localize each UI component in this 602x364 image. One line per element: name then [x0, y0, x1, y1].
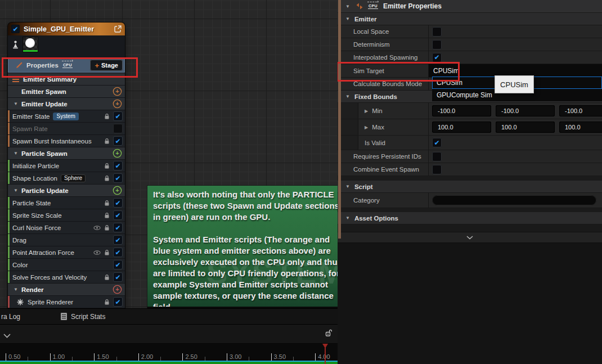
tab-script-stats[interactable]: Script Stats	[61, 313, 105, 321]
chevron-down-icon[interactable]: ▼	[345, 94, 350, 99]
stack-row-curl-noise-force[interactable]: Curl Noise Force✔	[8, 222, 125, 233]
stack-row-emitter-state[interactable]: Emitter StateSystem✔	[8, 110, 125, 122]
property-row-determinism[interactable]: Determinism	[338, 38, 602, 51]
chevron-down-icon[interactable]: ▼	[14, 287, 18, 292]
stack-row-render[interactable]: ▼Render+	[8, 284, 125, 295]
details-expander[interactable]	[338, 232, 602, 243]
emitter-state-checkbox[interactable]: ✔	[113, 111, 123, 121]
chevron-down-icon[interactable]	[3, 330, 11, 340]
property-row-sim-target[interactable]: Sim TargetCPUSim	[338, 64, 602, 78]
property-row-combine-event-spawn[interactable]: Combine Event Spawn	[338, 163, 602, 176]
stack-row-drag[interactable]: Drag✔	[8, 234, 125, 246]
stack-row-sprite-size-scale[interactable]: Sprite Size Scale✔	[8, 209, 125, 221]
node-graph-canvas[interactable]: ✔ Simple_GPU_Emitter PropertiesCPU+Stage…	[0, 0, 338, 308]
local-space-checkbox[interactable]	[432, 27, 442, 37]
determinism-checkbox[interactable]	[432, 40, 442, 50]
lock-icon[interactable]	[104, 200, 110, 206]
property-row-interpolated-spawning[interactable]: Interpolated Spawning✔	[338, 51, 602, 64]
stack-row-spawn-rate[interactable]: Spawn Rate	[8, 123, 125, 134]
min-field-0[interactable]: -100.0	[432, 105, 491, 116]
requires-persistent-ids-checkbox[interactable]	[432, 152, 442, 161]
sprite-renderer-checkbox[interactable]: ✔	[113, 297, 123, 307]
stack-row-point-attraction-force[interactable]: Point Attraction Force✔	[8, 246, 125, 258]
lock-icon[interactable]	[104, 212, 110, 219]
property-row-category[interactable]: Category	[338, 193, 602, 208]
property-row-min[interactable]: ▶Min-100.0-100.0-100.0	[338, 103, 602, 119]
chevron-right-icon[interactable]: ▶	[365, 125, 368, 130]
section-asset-options[interactable]: ▼Asset Options	[338, 212, 602, 224]
initialize-particle-checkbox[interactable]: ✔	[113, 161, 123, 170]
max-field-1[interactable]: 100.0	[496, 122, 555, 133]
chevron-down-icon[interactable]: ▼	[14, 101, 18, 106]
stack-row-particle-state[interactable]: Particle State✔	[8, 197, 125, 209]
add-particle-spawn-button[interactable]: +	[114, 150, 121, 157]
lock-icon[interactable]	[104, 224, 110, 231]
stack-row-emitter-spawn[interactable]: Emitter Spawn+	[8, 86, 125, 97]
spawn-burst-instantaneous-checkbox[interactable]: ✔	[113, 136, 123, 146]
lock-icon[interactable]	[104, 249, 110, 256]
min-field-2[interactable]: -100.0	[559, 105, 602, 116]
stack-row-properties[interactable]: PropertiesCPU+Stage	[8, 58, 125, 73]
sprite-size-scale-checkbox[interactable]: ✔	[113, 210, 123, 220]
stack-row-sprite-renderer[interactable]: Sprite Renderer✔	[8, 296, 125, 308]
playhead[interactable]	[322, 344, 328, 364]
stack-row-initialize-particle[interactable]: Initialize Particle✔	[8, 160, 125, 172]
stack-row-emitter-summary[interactable]: Emitter Summary	[8, 73, 125, 85]
interpolated-spawning-checkbox[interactable]: ✔	[432, 53, 442, 62]
color-checkbox[interactable]: ✔	[113, 260, 123, 269]
collapse-triangle-icon[interactable]: ▼	[345, 4, 350, 9]
max-field-2[interactable]: 100.0	[559, 122, 602, 133]
combine-event-spawn-checkbox[interactable]	[432, 165, 442, 174]
solve-forces-and-velocity-checkbox[interactable]: ✔	[113, 272, 123, 282]
chevron-down-icon[interactable]: ▼	[345, 184, 350, 189]
chevron-right-icon[interactable]: ▶	[365, 109, 368, 114]
point-attraction-force-checkbox[interactable]: ✔	[113, 248, 123, 257]
stack-row-spawn-burst-instantaneous[interactable]: Spawn Burst Instantaneous✔	[8, 135, 125, 147]
tab-niagara-log[interactable]: ra Log	[1, 313, 20, 321]
section-script[interactable]: ▼Script	[338, 181, 602, 193]
emitter-enabled-checkbox[interactable]: ✔	[11, 25, 20, 33]
chevron-down-icon[interactable]: ▼	[14, 188, 18, 193]
lock-icon[interactable]	[104, 175, 110, 182]
add-emitter-spawn-button[interactable]: +	[114, 88, 121, 95]
property-row-is-valid[interactable]: Is Valid✔	[338, 136, 602, 150]
section-emitter[interactable]: ▼Emitter	[338, 13, 602, 25]
chevron-down-icon[interactable]: ▼	[14, 151, 18, 156]
stack-row-color[interactable]: Color✔	[8, 259, 125, 271]
chevron-down-icon[interactable]: ▼	[345, 16, 350, 21]
stack-row-particle-spawn[interactable]: ▼Particle Spawn+	[8, 147, 125, 159]
add-stage-button[interactable]: +Stage	[90, 60, 123, 71]
property-row-requires-persistent-ids[interactable]: Requires Persistent IDs	[338, 150, 602, 163]
stack-row-shape-location[interactable]: Shape LocationSphere✔	[8, 172, 125, 184]
shape-location-checkbox[interactable]: ✔	[113, 173, 123, 183]
property-row-local-space[interactable]: Local Space	[338, 25, 602, 38]
lock-icon[interactable]	[104, 163, 110, 169]
stack-row-emitter-update[interactable]: ▼Emitter Update+	[8, 98, 125, 110]
spawn-rate-checkbox[interactable]	[113, 124, 123, 133]
particle-state-checkbox[interactable]: ✔	[113, 198, 123, 208]
unlock-icon[interactable]	[325, 329, 332, 339]
lock-icon[interactable]	[104, 138, 110, 145]
lock-icon[interactable]	[104, 274, 110, 281]
add-emitter-update-button[interactable]: +	[114, 100, 121, 107]
stack-row-solve-forces-and-velocity[interactable]: Solve Forces and Velocity✔	[8, 271, 125, 283]
open-emitter-icon[interactable]	[114, 25, 122, 33]
details-header[interactable]: ▼ CPU Emitter Properties	[338, 0, 602, 13]
stack-row-particle-update[interactable]: ▼Particle Update+	[8, 185, 125, 196]
timeline-range-bar[interactable]	[0, 362, 338, 364]
visibility-icon[interactable]	[93, 226, 101, 230]
category-input[interactable]	[432, 195, 596, 205]
visibility-icon[interactable]	[93, 250, 101, 255]
emitter-preview-thumbnail[interactable]	[23, 37, 38, 52]
lock-icon[interactable]	[104, 113, 110, 120]
add-render-button[interactable]: +	[114, 286, 121, 293]
property-row-max[interactable]: ▶Max100.0100.0100.0	[338, 119, 602, 136]
drag-checkbox[interactable]: ✔	[113, 235, 123, 245]
curl-noise-force-checkbox[interactable]: ✔	[113, 223, 123, 232]
chevron-down-icon[interactable]: ▼	[345, 215, 350, 221]
is-valid-checkbox[interactable]: ✔	[432, 138, 442, 147]
lock-icon[interactable]	[104, 299, 110, 305]
timeline-ruler[interactable]: 0.501.001.502.002.503.003.504.00	[0, 344, 338, 364]
max-field-0[interactable]: 100.0	[432, 122, 491, 133]
emitter-node-header[interactable]: ✔ Simple_GPU_Emitter	[8, 23, 125, 35]
